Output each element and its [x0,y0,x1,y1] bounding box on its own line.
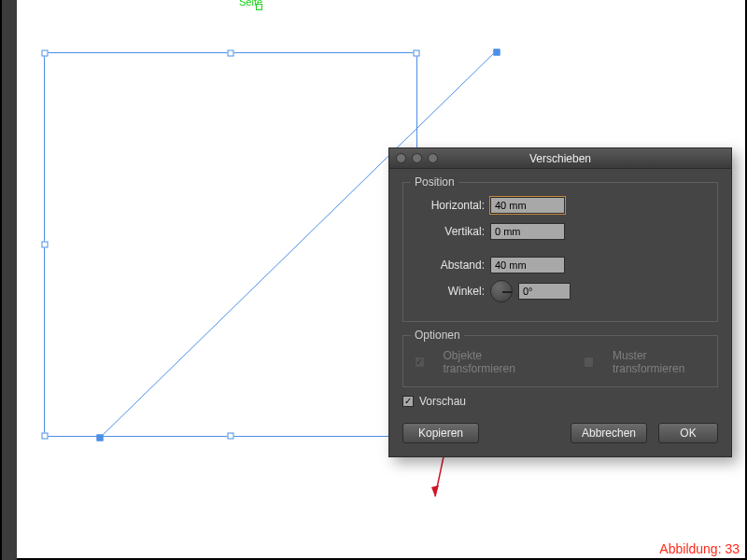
angle-dial-icon[interactable] [490,280,513,302]
handle-n[interactable] [228,50,234,57]
horizontal-field[interactable]: 40 mm [490,197,565,214]
selection-rectangle[interactable] [44,52,417,437]
minimize-icon[interactable] [412,153,422,163]
figure-caption: Abbildung: 33 [659,541,740,556]
ok-button[interactable]: OK [658,423,718,443]
svg-marker-2 [431,485,439,497]
move-dialog: Verschieben Position Horizontal: 40 mm V… [388,147,732,457]
dialog-titlebar[interactable]: Verschieben [389,148,731,169]
anchor-start[interactable] [97,435,104,441]
window-controls[interactable] [396,153,438,163]
transform-objects-label: Objekte transformieren [444,349,541,375]
distance-field[interactable]: 40 mm [490,257,565,273]
handle-s[interactable] [228,433,234,440]
transform-pattern-checkbox [584,357,594,368]
horizontal-label: Horizontal: [415,199,485,212]
options-group: Optionen ✓ Objekte transformieren Muster… [402,335,718,387]
vertical-label: Vertikal: [415,225,485,238]
preview-label: Vorschau [419,395,466,408]
anchor-end[interactable] [494,49,500,56]
angle-field[interactable]: 0° [518,283,571,300]
handle-nw[interactable] [42,50,49,57]
cancel-button[interactable]: Abbrechen [571,423,647,443]
copy-button[interactable]: Kopieren [402,423,479,443]
position-legend: Position [411,175,458,189]
preview-row[interactable]: ✓ Vorschau [402,395,718,408]
transform-objects-checkbox: ✓ [415,357,425,368]
vertical-field[interactable]: 0 mm [490,223,565,240]
zoom-icon[interactable] [428,153,438,163]
dialog-buttons: Kopieren Abbrechen OK [402,423,718,443]
position-group: Position Horizontal: 40 mm Vertikal: 0 m… [402,182,718,322]
handle-ne[interactable] [414,50,420,57]
handle-w[interactable] [42,242,49,248]
ruler-strip [2,0,17,560]
transform-pattern-label: Muster transformieren [613,349,706,375]
dialog-title: Verschieben [529,152,591,165]
handle-sw[interactable] [42,433,49,440]
angle-label: Winkel: [415,285,485,298]
close-icon[interactable] [396,153,406,163]
page-handle[interactable] [256,4,262,10]
options-legend: Optionen [411,329,464,342]
preview-checkbox[interactable]: ✓ [402,396,414,407]
distance-label: Abstand: [415,259,485,272]
